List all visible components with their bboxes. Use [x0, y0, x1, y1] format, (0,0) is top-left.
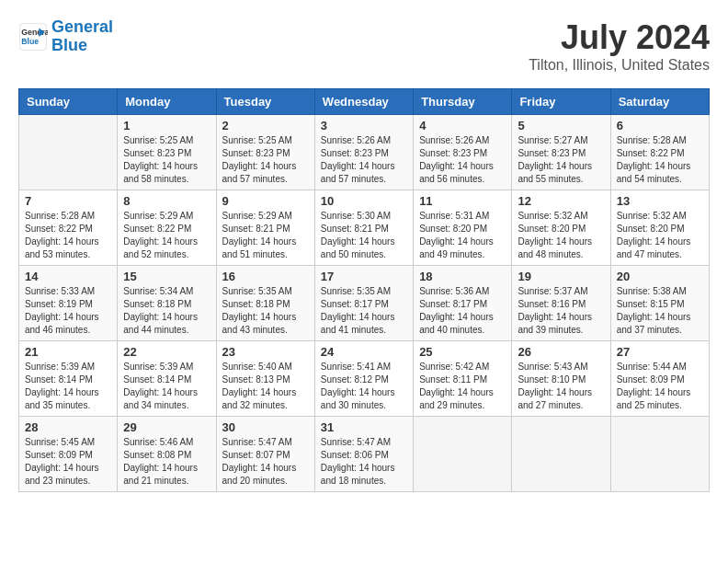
day-number: 7 — [25, 194, 111, 208]
calendar-cell: 14 Sunrise: 5:33 AM Sunset: 8:19 PM Dayl… — [19, 266, 118, 341]
day-info: Sunrise: 5:46 AM Sunset: 8:08 PM Dayligh… — [123, 436, 210, 488]
day-number: 30 — [222, 420, 309, 434]
day-number: 31 — [321, 420, 407, 434]
calendar-cell: 12 Sunrise: 5:32 AM Sunset: 8:20 PM Dayl… — [512, 190, 610, 266]
day-number: 5 — [518, 119, 604, 132]
calendar-cell: 31 Sunrise: 5:47 AM Sunset: 8:06 PM Dayl… — [314, 417, 413, 492]
day-number: 22 — [123, 345, 210, 359]
calendar-cell: 9 Sunrise: 5:29 AM Sunset: 8:21 PM Dayli… — [216, 190, 314, 266]
day-number: 27 — [617, 345, 703, 359]
day-info: Sunrise: 5:38 AM Sunset: 8:15 PM Dayligh… — [617, 285, 703, 337]
calendar-cell — [512, 417, 610, 492]
day-number: 1 — [123, 119, 210, 132]
day-number: 10 — [321, 194, 407, 208]
calendar-cell — [414, 417, 512, 492]
day-number: 14 — [25, 270, 111, 283]
day-info: Sunrise: 5:39 AM Sunset: 8:14 PM Dayligh… — [25, 361, 111, 412]
page-subtitle: Tilton, Illinois, United States — [529, 57, 710, 74]
day-info: Sunrise: 5:28 AM Sunset: 8:22 PM Dayligh… — [25, 210, 111, 261]
day-number: 26 — [518, 345, 604, 359]
day-number: 12 — [518, 194, 604, 208]
calendar-cell: 6 Sunrise: 5:28 AM Sunset: 8:22 PM Dayli… — [610, 115, 709, 190]
calendar-cell: 17 Sunrise: 5:35 AM Sunset: 8:17 PM Dayl… — [314, 266, 413, 341]
calendar-cell: 29 Sunrise: 5:46 AM Sunset: 8:08 PM Dayl… — [118, 417, 216, 492]
day-info: Sunrise: 5:37 AM Sunset: 8:16 PM Dayligh… — [518, 285, 604, 337]
weekday-header-saturday: Saturday — [610, 89, 709, 115]
day-info: Sunrise: 5:25 AM Sunset: 8:23 PM Dayligh… — [222, 134, 309, 186]
calendar-cell: 2 Sunrise: 5:25 AM Sunset: 8:23 PM Dayli… — [216, 115, 314, 190]
day-number: 15 — [123, 270, 210, 283]
calendar-cell: 20 Sunrise: 5:38 AM Sunset: 8:15 PM Dayl… — [610, 266, 709, 341]
weekday-header-sunday: Sunday — [19, 89, 118, 115]
day-info: Sunrise: 5:35 AM Sunset: 8:17 PM Dayligh… — [321, 285, 407, 337]
calendar-cell: 19 Sunrise: 5:37 AM Sunset: 8:16 PM Dayl… — [512, 266, 610, 341]
weekday-header-monday: Monday — [118, 89, 216, 115]
calendar-cell: 10 Sunrise: 5:30 AM Sunset: 8:21 PM Dayl… — [314, 190, 413, 266]
weekday-header-friday: Friday — [512, 89, 610, 115]
day-info: Sunrise: 5:44 AM Sunset: 8:09 PM Dayligh… — [617, 361, 703, 412]
calendar-cell: 26 Sunrise: 5:43 AM Sunset: 8:10 PM Dayl… — [512, 341, 610, 417]
day-info: Sunrise: 5:43 AM Sunset: 8:10 PM Dayligh… — [518, 361, 604, 412]
calendar-cell — [610, 417, 709, 492]
calendar-cell: 27 Sunrise: 5:44 AM Sunset: 8:09 PM Dayl… — [610, 341, 709, 417]
day-info: Sunrise: 5:41 AM Sunset: 8:12 PM Dayligh… — [321, 361, 407, 412]
day-number: 21 — [25, 345, 111, 359]
calendar-week-2: 7 Sunrise: 5:28 AM Sunset: 8:22 PM Dayli… — [19, 190, 710, 266]
calendar-cell: 4 Sunrise: 5:26 AM Sunset: 8:23 PM Dayli… — [414, 115, 512, 190]
calendar-cell — [19, 115, 118, 190]
day-info: Sunrise: 5:25 AM Sunset: 8:23 PM Dayligh… — [123, 134, 210, 186]
day-number: 4 — [419, 119, 506, 132]
calendar-cell: 24 Sunrise: 5:41 AM Sunset: 8:12 PM Dayl… — [314, 341, 413, 417]
calendar-week-3: 14 Sunrise: 5:33 AM Sunset: 8:19 PM Dayl… — [19, 266, 710, 341]
calendar-cell: 7 Sunrise: 5:28 AM Sunset: 8:22 PM Dayli… — [19, 190, 118, 266]
day-number: 11 — [419, 194, 506, 208]
day-number: 17 — [321, 270, 407, 283]
logo-name: GeneralBlue — [51, 18, 113, 55]
logo-icon: General Blue — [18, 22, 48, 52]
calendar-cell: 15 Sunrise: 5:34 AM Sunset: 8:18 PM Dayl… — [118, 266, 216, 341]
day-number: 8 — [123, 194, 210, 208]
day-info: Sunrise: 5:31 AM Sunset: 8:20 PM Dayligh… — [419, 210, 506, 261]
day-number: 20 — [617, 270, 703, 283]
day-info: Sunrise: 5:36 AM Sunset: 8:17 PM Dayligh… — [419, 285, 506, 337]
calendar-cell: 3 Sunrise: 5:26 AM Sunset: 8:23 PM Dayli… — [314, 115, 413, 190]
day-number: 13 — [617, 194, 703, 208]
day-number: 29 — [123, 420, 210, 434]
calendar-header-row: SundayMondayTuesdayWednesdayThursdayFrid… — [19, 89, 710, 115]
calendar-cell: 25 Sunrise: 5:42 AM Sunset: 8:11 PM Dayl… — [414, 341, 512, 417]
calendar-cell: 21 Sunrise: 5:39 AM Sunset: 8:14 PM Dayl… — [19, 341, 118, 417]
calendar-week-4: 21 Sunrise: 5:39 AM Sunset: 8:14 PM Dayl… — [19, 341, 710, 417]
day-number: 23 — [222, 345, 309, 359]
day-number: 25 — [419, 345, 506, 359]
page-title: July 2024 — [529, 18, 710, 57]
calendar-cell: 23 Sunrise: 5:40 AM Sunset: 8:13 PM Dayl… — [216, 341, 314, 417]
day-info: Sunrise: 5:39 AM Sunset: 8:14 PM Dayligh… — [123, 361, 210, 412]
calendar-cell: 28 Sunrise: 5:45 AM Sunset: 8:09 PM Dayl… — [19, 417, 118, 492]
day-number: 16 — [222, 270, 309, 283]
calendar-cell: 11 Sunrise: 5:31 AM Sunset: 8:20 PM Dayl… — [414, 190, 512, 266]
day-info: Sunrise: 5:33 AM Sunset: 8:19 PM Dayligh… — [25, 285, 111, 337]
day-number: 2 — [222, 119, 309, 132]
day-info: Sunrise: 5:29 AM Sunset: 8:21 PM Dayligh… — [222, 210, 309, 261]
weekday-header-thursday: Thursday — [414, 89, 512, 115]
calendar-table: SundayMondayTuesdayWednesdayThursdayFrid… — [18, 88, 710, 492]
day-number: 3 — [321, 119, 407, 132]
weekday-header-wednesday: Wednesday — [314, 89, 413, 115]
day-number: 6 — [617, 119, 703, 132]
title-block: July 2024 Tilton, Illinois, United State… — [529, 18, 710, 74]
weekday-header-tuesday: Tuesday — [216, 89, 314, 115]
calendar-week-1: 1 Sunrise: 5:25 AM Sunset: 8:23 PM Dayli… — [19, 115, 710, 190]
day-info: Sunrise: 5:40 AM Sunset: 8:13 PM Dayligh… — [222, 361, 309, 412]
day-info: Sunrise: 5:27 AM Sunset: 8:23 PM Dayligh… — [518, 134, 604, 186]
day-number: 18 — [419, 270, 506, 283]
calendar-cell: 16 Sunrise: 5:35 AM Sunset: 8:18 PM Dayl… — [216, 266, 314, 341]
calendar-cell: 8 Sunrise: 5:29 AM Sunset: 8:22 PM Dayli… — [118, 190, 216, 266]
calendar-cell: 22 Sunrise: 5:39 AM Sunset: 8:14 PM Dayl… — [118, 341, 216, 417]
calendar-cell: 18 Sunrise: 5:36 AM Sunset: 8:17 PM Dayl… — [414, 266, 512, 341]
day-info: Sunrise: 5:28 AM Sunset: 8:22 PM Dayligh… — [617, 134, 703, 186]
page-header: General Blue GeneralBlue July 2024 Tilto… — [18, 18, 710, 74]
calendar-cell: 13 Sunrise: 5:32 AM Sunset: 8:20 PM Dayl… — [610, 190, 709, 266]
day-info: Sunrise: 5:26 AM Sunset: 8:23 PM Dayligh… — [419, 134, 506, 186]
day-number: 9 — [222, 194, 309, 208]
day-info: Sunrise: 5:47 AM Sunset: 8:06 PM Dayligh… — [321, 436, 407, 488]
